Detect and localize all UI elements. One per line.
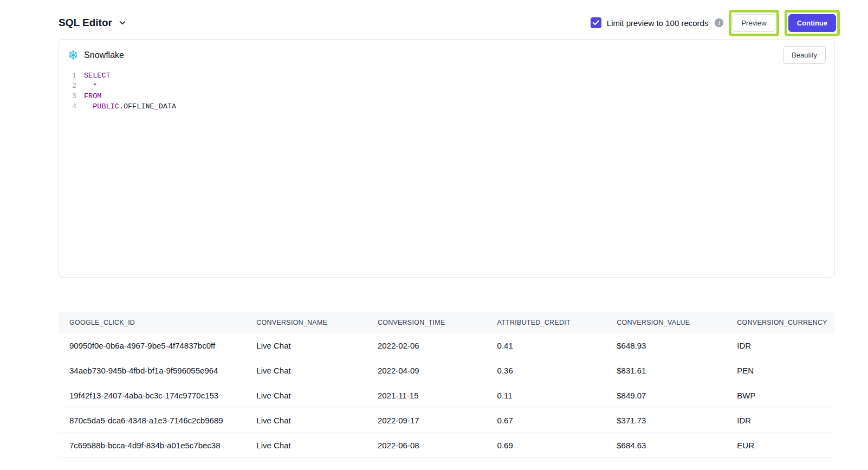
column-header: GOOGLE_CLICK_ID [59,312,245,333]
code-token-plain: * [84,81,97,91]
line-number: 1 [63,70,76,81]
snowflake-logo-icon: ❄ [68,49,79,62]
table-cell: 0.69 [487,433,606,458]
preview-results-table: GOOGLE_CLICK_IDCONVERSION_NAMECONVERSION… [59,312,835,458]
code-token-kw: PUBLIC [93,101,119,112]
line-number: 2 [63,81,76,91]
source-info: ❄ Snowflake [68,49,124,62]
table-cell: EUR [726,433,835,458]
table-row[interactable]: 7c69588b-bcca-4d9f-834b-a01e5c7bec38Live… [59,433,835,458]
code-token-kw: FROM [84,91,101,101]
table-cell: 2022-06-08 [367,433,487,458]
table-cell: $371.73 [606,408,726,433]
table-cell: 2022-04-09 [367,358,487,383]
table-cell: $648.93 [606,333,726,358]
continue-button[interactable]: Continue [788,14,836,32]
chevron-down-icon[interactable] [119,19,126,27]
code-line[interactable]: 4 PUBLIC.OFFLINE_DATA [63,101,834,112]
info-icon[interactable]: i [715,18,723,27]
continue-highlight-box: Continue [785,10,840,36]
column-header: CONVERSION_VALUE [606,312,726,333]
table-cell: 870c5da5-dca6-4348-a1e3-7146c2cb9689 [59,408,245,433]
column-header: ATTRIBUTED_CREDIT [487,312,606,333]
table-cell: 0.67 [487,408,606,433]
code-token-plain [84,101,93,112]
preview-results-table-wrap: GOOGLE_CLICK_IDCONVERSION_NAMECONVERSION… [59,312,835,458]
table-cell: 7c69588b-bcca-4d9f-834b-a01e5c7bec38 [59,433,245,458]
table-cell: BWP [726,383,835,408]
sql-editor-panel: ❄ Snowflake Beautify 1SELECT2 *3FROM4 PU… [59,39,835,278]
table-row[interactable]: 90950f0e-0b6a-4967-9be5-4f74837bc0ffLive… [59,333,835,358]
table-row[interactable]: 34aeb730-945b-4fbd-bf1a-9f596055e964Live… [59,358,835,383]
table-cell: IDR [726,408,835,433]
table-cell: 2021-11-15 [367,383,487,408]
table-cell: 0.41 [487,333,606,358]
sql-code-editor[interactable]: 1SELECT2 *3FROM4 PUBLIC.OFFLINE_DATA [59,67,834,112]
table-cell: 2022-02-06 [367,333,487,358]
code-line[interactable]: 1SELECT [63,70,834,81]
limit-preview-checkbox[interactable] [591,17,601,28]
preview-highlight-box: Preview [729,10,779,36]
table-header-row: GOOGLE_CLICK_IDCONVERSION_NAMECONVERSION… [59,312,835,333]
editor-header: ❄ Snowflake Beautify [59,40,834,67]
code-line[interactable]: 2 * [63,81,834,91]
table-row[interactable]: 870c5da5-dca6-4348-a1e3-7146c2cb9689Live… [59,408,835,433]
page-title-group[interactable]: SQL Editor [59,17,126,29]
table-cell: IDR [726,333,835,358]
table-cell: 2022-09-17 [367,408,487,433]
column-header: CONVERSION_CURRENCY [726,312,835,333]
topbar: SQL Editor Limit preview to 100 records … [59,8,840,38]
table-cell: Live Chat [245,408,367,433]
column-header: CONVERSION_NAME [245,312,367,333]
line-number: 4 [63,101,76,112]
table-body: 90950f0e-0b6a-4967-9be5-4f74837bc0ffLive… [59,333,835,458]
limit-preview-label: Limit preview to 100 records [607,18,709,28]
line-number: 3 [63,91,76,101]
table-cell: Live Chat [245,383,367,408]
table-cell: $684.63 [606,433,726,458]
column-header: CONVERSION_TIME [367,312,487,333]
beautify-button[interactable]: Beautify [783,46,826,64]
table-cell: 0.11 [487,383,606,408]
table-cell: 19f42f13-2407-4aba-bc3c-174c9770c153 [59,383,245,408]
check-icon [593,20,599,25]
code-line[interactable]: 3FROM [63,91,834,101]
table-cell: 34aeb730-945b-4fbd-bf1a-9f596055e964 [59,358,245,383]
table-cell: 0.36 [487,358,606,383]
table-cell: $849.07 [606,383,726,408]
table-row[interactable]: 19f42f13-2407-4aba-bc3c-174c9770c153Live… [59,383,835,408]
table-cell: Live Chat [245,358,367,383]
page-title: SQL Editor [59,17,112,29]
topbar-controls: Limit preview to 100 records i Preview C… [591,10,840,36]
table-cell: Live Chat [245,333,367,358]
source-name: Snowflake [84,50,124,60]
table-cell: 90950f0e-0b6a-4967-9be5-4f74837bc0ff [59,333,245,358]
table-cell: PEN [726,358,835,383]
table-cell: Live Chat [245,433,367,458]
code-token-kw: SELECT [84,70,111,81]
code-token-plain: .OFFLINE_DATA [119,101,176,112]
table-cell: $831.61 [606,358,726,383]
preview-button[interactable]: Preview [733,14,775,32]
